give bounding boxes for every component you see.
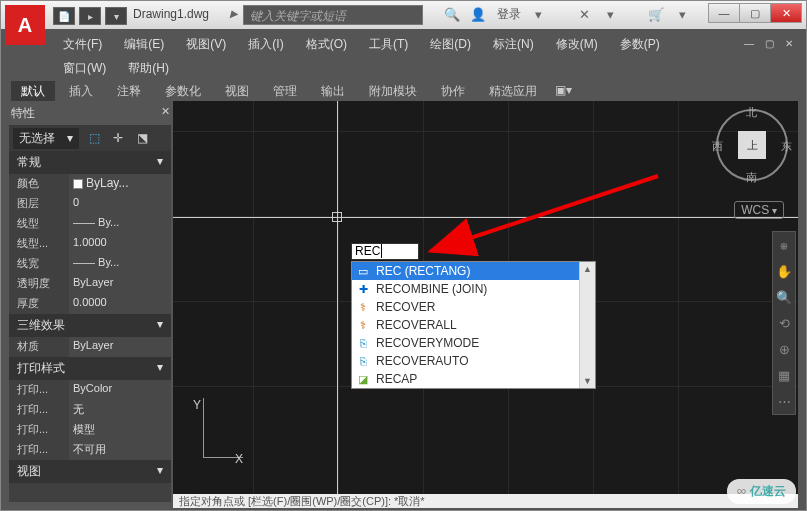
selection-combo[interactable]: 无选择▾ [13, 128, 79, 149]
tab-output[interactable]: 输出 [311, 81, 355, 101]
prop-row-plotstyle: 打印...ByColor [9, 380, 171, 400]
qat-more-icon[interactable]: ▾ [105, 7, 127, 25]
pan-icon[interactable]: ✋ [773, 258, 795, 284]
nav-more-icon[interactable]: ⋯ [773, 388, 795, 414]
scrollbar[interactable] [579, 262, 595, 388]
pickadd-icon[interactable]: ✛ [109, 129, 127, 147]
wcs-label[interactable]: WCS ▾ [734, 201, 784, 219]
autocomplete-item[interactable]: ⎘RECOVERYMODE [352, 334, 595, 352]
cart-arrow-icon[interactable]: ▾ [673, 5, 691, 23]
exchange-icon[interactable]: ✕ [575, 5, 593, 23]
prop-row-color: 颜色ByLay... [9, 174, 171, 194]
navigation-bar: ⎈ ✋ 🔍 ⟲ ⊕ ▦ ⋯ [772, 231, 796, 415]
recoverall-icon: ⚕ [356, 318, 370, 332]
viewcube-face[interactable]: 上 [738, 131, 766, 159]
menu-tools[interactable]: 工具(T) [359, 33, 418, 55]
select-objects-icon[interactable]: ⬔ [133, 129, 151, 147]
tab-annotate[interactable]: 注释 [107, 81, 151, 101]
doc-restore-button[interactable]: ▢ [760, 35, 778, 51]
dynamic-input[interactable]: REC [351, 243, 419, 260]
login-link[interactable]: 登录 [497, 6, 521, 23]
section-3d[interactable]: 三维效果▾ [9, 314, 171, 337]
collapse-icon: ▾ [157, 317, 163, 334]
ribbon-expand-icon[interactable]: ▣▾ [551, 81, 576, 101]
doc-minimize-button[interactable]: — [740, 35, 758, 51]
prop-row-plottable2: 打印...不可用 [9, 440, 171, 460]
minimize-button[interactable]: — [708, 3, 740, 23]
menu-dimension[interactable]: 标注(N) [483, 33, 544, 55]
section-view[interactable]: 视图▾ [9, 460, 171, 483]
prop-row-plotstyle2: 打印...无 [9, 400, 171, 420]
tab-parametric[interactable]: 参数化 [155, 81, 211, 101]
tab-addins[interactable]: 附加模块 [359, 81, 427, 101]
menu-file[interactable]: 文件(F) [53, 33, 112, 55]
svg-line-1 [431, 176, 658, 251]
autocomplete-item[interactable]: ✚RECOMBINE (JOIN) [352, 280, 595, 298]
ucs-icon[interactable]: Y X [183, 398, 243, 468]
zoom-icon[interactable]: 🔍 [773, 284, 795, 310]
tab-manage[interactable]: 管理 [263, 81, 307, 101]
menu-edit[interactable]: 编辑(E) [114, 33, 174, 55]
tab-view[interactable]: 视图 [215, 81, 259, 101]
autocomplete-item[interactable]: ⎘RECOVERAUTO [352, 352, 595, 370]
menu-insert[interactable]: 插入(I) [238, 33, 293, 55]
app-logo[interactable]: A [5, 5, 45, 45]
prop-row-layer: 图层0 [9, 194, 171, 214]
tab-featured[interactable]: 精选应用 [479, 81, 547, 101]
crosshair [173, 217, 798, 218]
menu-draw[interactable]: 绘图(D) [420, 33, 481, 55]
drawing-canvas[interactable]: REC ▭REC (RECTANG) ✚RECOMBINE (JOIN) ⚕RE… [173, 101, 798, 496]
search-input[interactable]: 键入关键字或短语 [243, 5, 423, 25]
autocomplete-item[interactable]: ◪RECAP [352, 370, 595, 388]
user-icon[interactable]: 👤 [469, 5, 487, 23]
qat-open-icon[interactable]: 📄 [53, 7, 75, 25]
tab-default[interactable]: 默认 [11, 81, 55, 101]
doc-close-button[interactable]: ✕ [780, 35, 798, 51]
document-title: Drawing1.dwg [133, 7, 209, 21]
prop-row-material: 材质ByLayer [9, 337, 171, 357]
menu-modify[interactable]: 修改(M) [546, 33, 608, 55]
steering-icon[interactable]: ⊕ [773, 336, 795, 362]
prop-row-plottable: 打印...模型 [9, 420, 171, 440]
maximize-button[interactable]: ▢ [739, 3, 771, 23]
menu-param[interactable]: 参数(P) [610, 33, 670, 55]
menu-window[interactable]: 窗口(W) [53, 57, 116, 77]
quickselect-icon[interactable]: ⬚ [85, 129, 103, 147]
autocomplete-item[interactable]: ▭REC (RECTANG) [352, 262, 595, 280]
tab-insert[interactable]: 插入 [59, 81, 103, 101]
orbit-icon[interactable]: ⟲ [773, 310, 795, 336]
recap-icon: ◪ [356, 372, 370, 386]
collapse-icon: ▾ [157, 154, 163, 171]
menu-format[interactable]: 格式(O) [296, 33, 357, 55]
cart-icon[interactable]: 🛒 [647, 5, 665, 23]
menu-view[interactable]: 视图(V) [176, 33, 236, 55]
chevron-down-icon: ▾ [67, 131, 73, 145]
fullnav-icon[interactable]: ⎈ [773, 232, 795, 258]
tab-collab[interactable]: 协作 [431, 81, 475, 101]
login-arrow-icon[interactable]: ▾ [529, 5, 547, 23]
viewcube[interactable]: 上 北 南 东 西 [716, 109, 788, 181]
section-plot[interactable]: 打印样式▾ [9, 357, 171, 380]
prop-row-linetype: 线型—— By... [9, 214, 171, 234]
section-general[interactable]: 常规▾ [9, 151, 171, 174]
prop-row-transparency: 透明度ByLayer [9, 274, 171, 294]
binoculars-icon[interactable]: 🔍 [443, 5, 461, 23]
join-icon: ✚ [356, 282, 370, 296]
showmotion-icon[interactable]: ▦ [773, 362, 795, 388]
collapse-icon: ▾ [157, 463, 163, 480]
sysvar-icon: ⎘ [356, 354, 370, 368]
command-line[interactable]: 指定对角点或 [栏选(F)/圈围(WP)/圈交(CP)]: *取消* [173, 494, 798, 508]
collapse-icon: ▾ [157, 360, 163, 377]
properties-close-icon[interactable]: ✕ [161, 105, 170, 118]
pickbox [332, 212, 342, 222]
close-button[interactable]: ✕ [770, 3, 802, 23]
prop-row-lineweight: 线宽—— By... [9, 254, 171, 274]
exchange-arrow-icon[interactable]: ▾ [601, 5, 619, 23]
autocomplete-item[interactable]: ⚕RECOVER [352, 298, 595, 316]
qat-arrow-icon[interactable]: ▸ [79, 7, 101, 25]
menu-help[interactable]: 帮助(H) [118, 57, 179, 77]
rectangle-icon: ▭ [356, 264, 370, 278]
prop-row-thickness: 厚度0.0000 [9, 294, 171, 314]
autocomplete-item[interactable]: ⚕RECOVERALL [352, 316, 595, 334]
sysvar-icon: ⎘ [356, 336, 370, 350]
